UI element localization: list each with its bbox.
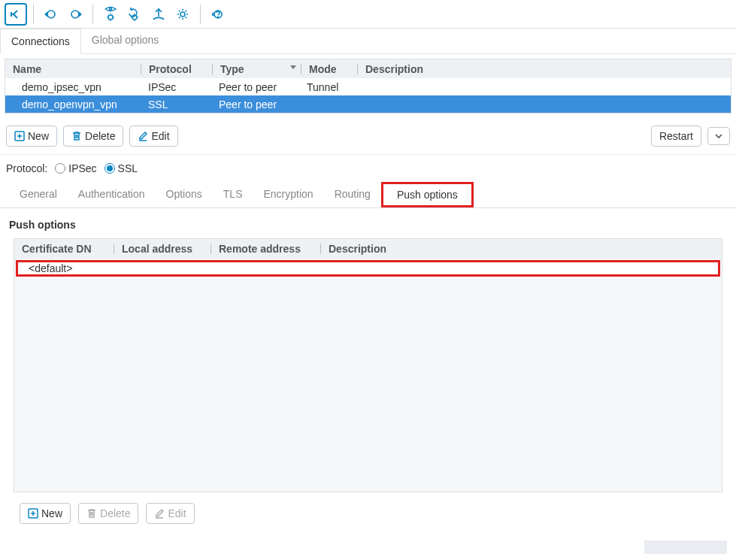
svg-point-1 — [71, 11, 79, 18]
radio-ssl[interactable]: SSL — [104, 162, 138, 174]
push-delete-button: Delete — [78, 503, 138, 524]
gear-refresh-icon[interactable] — [123, 3, 146, 26]
subtab-encryption[interactable]: Encryption — [253, 182, 323, 207]
detail-subtabs: General Authentication Options TLS Encry… — [0, 182, 736, 208]
push-options-grid: Certificate DN Local address Remote addr… — [14, 238, 722, 492]
push-options-actions: New Delete Edit — [0, 492, 736, 534]
push-edit-button: Edit — [146, 503, 194, 524]
back-icon[interactable] — [5, 3, 27, 26]
restart-button[interactable]: Restart — [651, 126, 701, 147]
subtab-routing[interactable]: Routing — [324, 182, 381, 207]
table-row[interactable]: demo_ipsec_vpn IPSec Peer to peer Tunnel — [5, 78, 731, 95]
col-type[interactable]: Type — [213, 59, 301, 78]
main-toolbar — [0, 0, 736, 29]
push-grid-header: Certificate DN Local address Remote addr… — [14, 239, 722, 259]
chevron-down-icon — [714, 132, 723, 141]
col-remote-address[interactable]: Remote address — [211, 243, 320, 255]
push-default-row[interactable]: <default> — [16, 260, 720, 277]
connections-action-bar: New Delete Edit Restart — [0, 118, 736, 155]
col-mode[interactable]: Mode — [301, 59, 357, 78]
footer-placeholder — [644, 540, 727, 554]
col-protocol[interactable]: Protocol — [141, 59, 212, 78]
nav-next-icon[interactable] — [64, 3, 86, 26]
new-button[interactable]: New — [6, 126, 57, 147]
delete-button-label: Delete — [85, 130, 115, 142]
col-description[interactable]: Description — [358, 59, 731, 78]
connections-grid: Name Protocol Type Mode Description demo… — [0, 54, 736, 118]
tab-connections[interactable]: Connections — [0, 29, 81, 54]
cell-name: demo_ipsec_vpn — [5, 81, 141, 93]
protocol-label: Protocol: — [6, 162, 47, 174]
grid-body: demo_ipsec_vpn IPSec Peer to peer Tunnel… — [5, 78, 731, 114]
cell-name: demo_openvpn_vpn — [5, 98, 141, 110]
cell-protocol: SSL — [141, 98, 211, 110]
svg-point-3 — [108, 15, 113, 20]
subtab-authentication[interactable]: Authentication — [68, 182, 156, 207]
nav-prev-icon[interactable] — [40, 3, 62, 26]
separator — [33, 5, 34, 24]
subtab-general[interactable]: General — [9, 182, 68, 207]
col-local-address[interactable]: Local address — [114, 243, 211, 255]
col-description-inner[interactable]: Description — [321, 243, 722, 255]
edit-button[interactable]: Edit — [129, 126, 177, 147]
push-new-button[interactable]: New — [20, 503, 71, 524]
svg-point-7 — [218, 17, 219, 17]
col-cert-dn[interactable]: Certificate DN — [14, 243, 114, 255]
sort-desc-icon — [290, 65, 296, 69]
table-row[interactable]: demo_openvpn_vpn SSL Peer to peer — [5, 95, 731, 113]
tab-global-options[interactable]: Global options — [81, 28, 170, 53]
help-icon[interactable] — [207, 3, 229, 26]
separator — [92, 5, 93, 24]
radio-ipsec[interactable]: IPSec — [55, 162, 96, 174]
section-title: Push options — [0, 208, 736, 238]
cell-type: Peer to peer — [211, 98, 299, 110]
cell-mode: Tunnel — [299, 81, 355, 93]
subtab-options[interactable]: Options — [156, 182, 213, 207]
col-name[interactable]: Name — [5, 59, 141, 78]
upload-icon[interactable] — [147, 3, 170, 26]
cell-type: Peer to peer — [211, 81, 299, 93]
subtab-push-options[interactable]: Push options — [381, 182, 474, 207]
restart-dropdown-button[interactable] — [707, 127, 730, 145]
protocol-selector: Protocol: IPSec SSL — [0, 155, 736, 182]
cell-protocol: IPSec — [141, 81, 211, 93]
primary-tabs: Connections Global options — [0, 29, 736, 54]
push-default-label: <default> — [18, 262, 83, 274]
separator — [200, 5, 201, 24]
svg-point-2 — [110, 8, 112, 10]
grid-header-row: Name Protocol Type Mode Description — [5, 59, 731, 78]
delete-button[interactable]: Delete — [63, 126, 123, 147]
gear-view-icon[interactable] — [99, 3, 122, 26]
gear-icon[interactable] — [171, 3, 194, 26]
push-grid-body: <default> — [14, 259, 722, 492]
edit-button-label: Edit — [151, 130, 169, 142]
new-button-label: New — [28, 130, 49, 142]
svg-point-5 — [180, 12, 185, 17]
svg-point-0 — [47, 11, 55, 18]
subtab-tls[interactable]: TLS — [213, 182, 253, 207]
